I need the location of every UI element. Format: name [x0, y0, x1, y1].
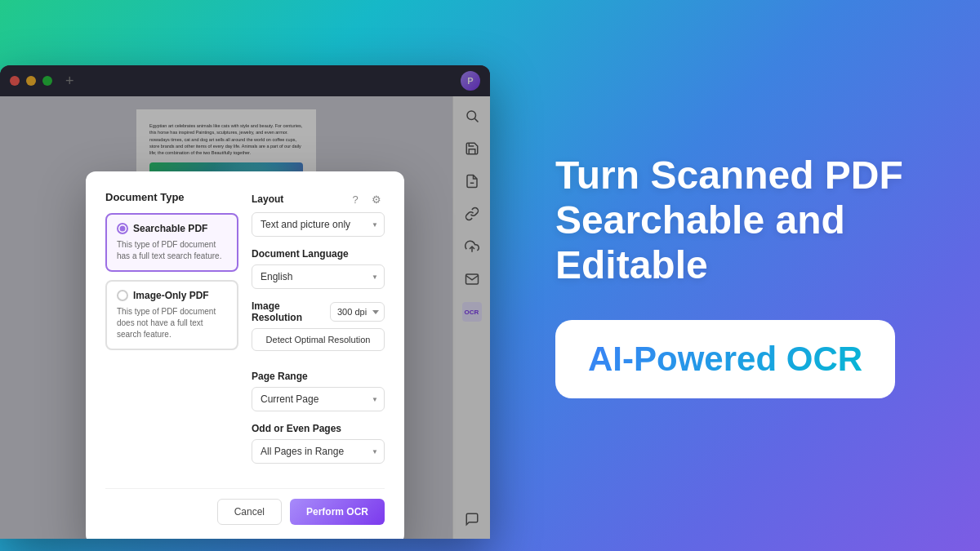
layout-panel: Layout ? ⚙ Text and picture only: [252, 191, 385, 475]
odd-even-select[interactable]: All Pages in Range: [252, 439, 385, 464]
marketing-title: Turn Scanned PDF Searchable and Editable: [555, 153, 931, 288]
odd-even-row: Odd or Even Pages All Pages in Range: [252, 423, 385, 464]
odd-even-select-wrapper: All Pages in Range: [252, 439, 385, 464]
marketing-title-line2: Searchable and Editable: [555, 198, 845, 287]
layout-label: Layout: [252, 193, 283, 205]
doc-type-title: Document Type: [105, 191, 238, 203]
image-only-pdf-radio[interactable]: [117, 290, 128, 301]
searchable-pdf-label: Searchable PDF: [133, 223, 207, 234]
marketing-title-line1: Turn Scanned PDF: [555, 153, 903, 197]
layout-help-icon[interactable]: ?: [347, 191, 363, 207]
layout-select[interactable]: Text and picture only: [252, 212, 385, 237]
page-range-label: Page Range: [252, 371, 385, 382]
image-only-pdf-option[interactable]: Image-Only PDF This type of PDF document…: [105, 280, 238, 350]
resolution-row: Image Resolution 300 dpi Detect Optimal …: [252, 300, 385, 359]
searchable-pdf-option[interactable]: Searchable PDF This type of PDF document…: [105, 213, 238, 272]
perform-ocr-button[interactable]: Perform OCR: [290, 499, 385, 525]
page-range-row: Page Range Current Page: [252, 371, 385, 411]
marketing-panel: Turn Scanned PDF Searchable and Editable…: [490, 0, 980, 551]
pdf-viewer-window: + P Egyptian art celebrates animals like…: [0, 65, 490, 539]
modal-overlay: Document Type Searchable PDF This type o…: [0, 65, 490, 539]
odd-even-label: Odd or Even Pages: [252, 423, 385, 434]
marketing-badge-text: AI-Powered OCR: [588, 340, 862, 378]
layout-select-wrapper: Text and picture only: [252, 212, 385, 237]
layout-icons: ? ⚙: [347, 191, 385, 207]
language-label: Document Language: [252, 248, 385, 260]
layout-header: Layout ? ⚙: [252, 191, 385, 207]
dialog-columns: Document Type Searchable PDF This type o…: [105, 191, 385, 475]
marketing-badge: AI-Powered OCR: [555, 320, 895, 398]
dialog-footer: Cancel Perform OCR: [105, 488, 385, 525]
resolution-label: Image Resolution: [252, 300, 325, 323]
ocr-dialog: Document Type Searchable PDF This type o…: [86, 171, 404, 539]
language-row: Document Language English: [252, 248, 385, 289]
resolution-select[interactable]: 300 dpi: [330, 302, 385, 322]
searchable-pdf-radio[interactable]: [117, 223, 128, 234]
cancel-button[interactable]: Cancel: [217, 499, 282, 525]
page-range-select[interactable]: Current Page: [252, 387, 385, 411]
language-select[interactable]: English: [252, 264, 385, 289]
layout-row: Layout ? ⚙ Text and picture only: [252, 191, 385, 237]
document-type-panel: Document Type Searchable PDF This type o…: [105, 191, 238, 475]
language-select-wrapper: English: [252, 264, 385, 289]
page-range-select-wrapper: Current Page: [252, 387, 385, 411]
image-only-pdf-desc: This type of PDF document does not have …: [117, 306, 227, 340]
searchable-pdf-desc: This type of PDF document has a full tex…: [117, 239, 227, 262]
detect-resolution-button[interactable]: Detect Optimal Resolution: [252, 328, 385, 351]
layout-settings-icon[interactable]: ⚙: [368, 191, 385, 207]
resolution-header-row: Image Resolution 300 dpi: [252, 300, 385, 323]
image-only-pdf-label: Image-Only PDF: [133, 290, 209, 301]
